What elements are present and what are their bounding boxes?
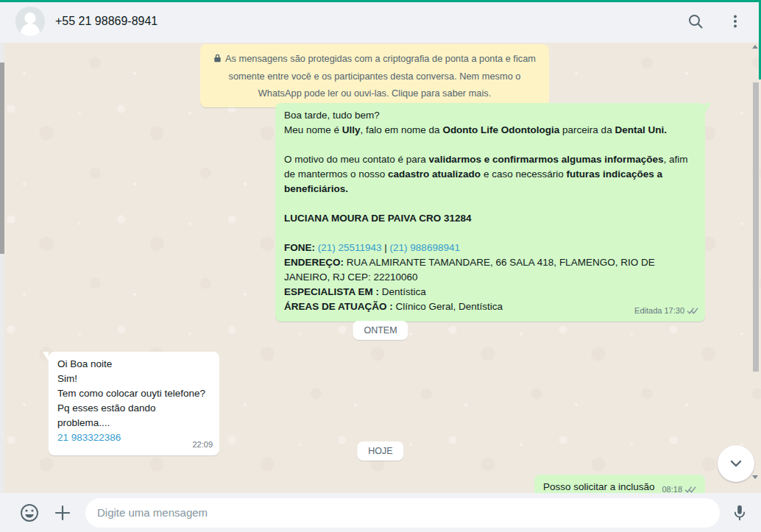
double-check-icon <box>687 307 698 315</box>
window-accent-border-top <box>0 0 761 2</box>
message-meta: 08:18 <box>662 482 696 493</box>
lock-icon <box>213 51 222 68</box>
menu-button[interactable] <box>726 12 745 31</box>
message-text: Posso solicitar a inclusão <box>543 480 655 493</box>
message-meta: 22:09 <box>192 437 213 452</box>
double-check-icon <box>684 486 696 494</box>
microphone-icon <box>730 503 749 522</box>
date-divider-yesterday: ONTEM <box>353 321 408 340</box>
chat-scrollbar-thumb[interactable] <box>753 82 759 372</box>
message-text: Boa tarde, tudo bem?Meu nome é Ully, fal… <box>284 108 696 314</box>
scrollbar-down-arrow[interactable] <box>752 475 758 479</box>
phone-link[interactable]: (21) 25511943 <box>318 242 382 253</box>
whatsapp-chat-window: +55 21 98869-8941 As mensag <box>0 0 761 532</box>
encryption-banner-text: As mensagens são protegidas com a cripto… <box>225 53 536 99</box>
contact-name[interactable]: +55 21 98869-8941 <box>55 0 157 43</box>
chevron-down-icon <box>726 454 746 473</box>
message-time: 22:09 <box>192 437 213 452</box>
emoji-button[interactable] <box>19 503 40 523</box>
message-text: Oi Boa noiteSim!Tem como colocar ouyti t… <box>57 357 210 445</box>
scroll-to-bottom-button[interactable] <box>718 445 754 482</box>
avatar[interactable] <box>15 7 45 36</box>
kebab-menu-icon <box>726 13 744 30</box>
left-panel-scrollbar-thumb[interactable] <box>0 63 4 254</box>
plus-icon <box>53 503 72 522</box>
incoming-message-bubble[interactable]: Oi Boa noiteSim!Tem como colocar ouyti t… <box>49 352 219 455</box>
chat-header: +55 21 98869-8941 <box>0 0 761 43</box>
scrollbar-up-arrow[interactable] <box>752 45 758 49</box>
outgoing-message-bubble-partial[interactable]: Posso solicitar a inclusão 08:18 <box>534 475 705 493</box>
phone-link[interactable]: 21 983322386 <box>57 432 121 443</box>
message-time: 08:18 <box>662 482 682 493</box>
message-time: Editada 17:30 <box>634 303 684 318</box>
message-meta: Editada 17:30 <box>634 303 698 318</box>
attach-button[interactable] <box>53 503 72 522</box>
chat-area: As mensagens são protegidas com a cripto… <box>0 43 761 493</box>
encryption-banner[interactable]: As mensagens são protegidas com a cripto… <box>200 44 549 107</box>
message-input[interactable] <box>85 498 720 528</box>
phone-link[interactable]: (21) 988698941 <box>390 242 460 253</box>
emoji-icon <box>19 503 40 523</box>
search-button[interactable] <box>686 12 705 31</box>
default-avatar-icon <box>15 7 45 36</box>
composer-bar <box>0 493 761 532</box>
outgoing-message-bubble[interactable]: Boa tarde, tudo bem?Meu nome é Ully, fal… <box>275 103 705 322</box>
search-icon <box>687 13 704 30</box>
mic-button[interactable] <box>730 503 749 522</box>
date-divider-today: HOJE <box>357 441 403 461</box>
